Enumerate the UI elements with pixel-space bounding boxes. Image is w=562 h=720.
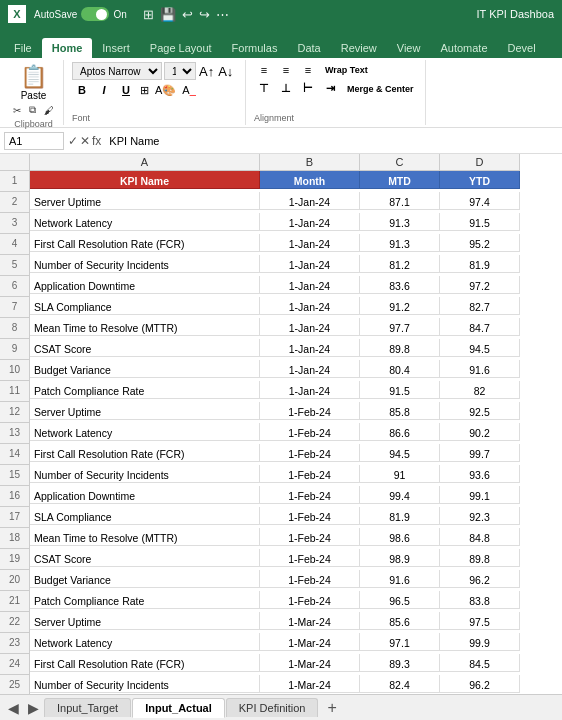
align-top-button[interactable]: ⊤: [254, 80, 274, 97]
cell-b-16[interactable]: 1-Feb-24: [260, 486, 360, 504]
paste-button[interactable]: 📋 Paste: [14, 62, 53, 103]
cell-d-14[interactable]: 99.7: [440, 444, 520, 462]
cell-c-16[interactable]: 99.4: [360, 486, 440, 504]
sheet-nav-prev[interactable]: ◀: [4, 700, 23, 716]
cell-a-9[interactable]: CSAT Score: [30, 339, 260, 357]
sheet-tab-input-target[interactable]: Input_Target: [44, 698, 131, 717]
cell-b-15[interactable]: 1-Feb-24: [260, 465, 360, 483]
cell-a-3[interactable]: Network Latency: [30, 213, 260, 231]
cell-d-16[interactable]: 99.1: [440, 486, 520, 504]
cell-a-10[interactable]: Budget Variance: [30, 360, 260, 378]
cell-a-11[interactable]: Patch Compliance Rate: [30, 381, 260, 399]
copy-button[interactable]: ⧉: [26, 103, 39, 117]
cell-c-25[interactable]: 82.4: [360, 675, 440, 693]
cell-c-21[interactable]: 96.5: [360, 591, 440, 609]
tab-data[interactable]: Data: [287, 38, 330, 58]
cell-d-7[interactable]: 82.7: [440, 297, 520, 315]
tab-file[interactable]: File: [4, 38, 42, 58]
cell-c-14[interactable]: 94.5: [360, 444, 440, 462]
cell-d-20[interactable]: 96.2: [440, 570, 520, 588]
cell-a-5[interactable]: Number of Security Incidents: [30, 255, 260, 273]
cell-d-24[interactable]: 84.5: [440, 654, 520, 672]
formula-input[interactable]: [105, 134, 558, 148]
tab-insert[interactable]: Insert: [92, 38, 140, 58]
sheet-tab-input-actual[interactable]: Input_Actual: [132, 698, 225, 718]
cell-b-7[interactable]: 1-Jan-24: [260, 297, 360, 315]
cell-b-21[interactable]: 1-Feb-24: [260, 591, 360, 609]
cell-c-13[interactable]: 86.6: [360, 423, 440, 441]
cell-d-17[interactable]: 92.3: [440, 507, 520, 525]
add-sheet-button[interactable]: +: [319, 697, 344, 719]
function-insert-icon[interactable]: fx: [92, 134, 101, 148]
cell-b-12[interactable]: 1-Feb-24: [260, 402, 360, 420]
cell-d-4[interactable]: 95.2: [440, 234, 520, 252]
cell-d-13[interactable]: 90.2: [440, 423, 520, 441]
cell-a-6[interactable]: Application Downtime: [30, 276, 260, 294]
cell-b-14[interactable]: 1-Feb-24: [260, 444, 360, 462]
merge-center-button[interactable]: Merge & Center: [342, 82, 419, 96]
cell-b-5[interactable]: 1-Jan-24: [260, 255, 360, 273]
cell-a-22[interactable]: Server Uptime: [30, 612, 260, 630]
align-middle-button[interactable]: ⊥: [276, 80, 296, 97]
cell-b-3[interactable]: 1-Jan-24: [260, 213, 360, 231]
cell-d-15[interactable]: 93.6: [440, 465, 520, 483]
cell-a-8[interactable]: Mean Time to Resolve (MTTR): [30, 318, 260, 336]
cell-a-15[interactable]: Number of Security Incidents: [30, 465, 260, 483]
cell-c-15[interactable]: 91: [360, 465, 440, 483]
cell-d-25[interactable]: 96.2: [440, 675, 520, 693]
cell-b-11[interactable]: 1-Jan-24: [260, 381, 360, 399]
header-ytd[interactable]: YTD: [440, 171, 520, 189]
format-painter-button[interactable]: 🖌: [41, 103, 57, 117]
cell-a-23[interactable]: Network Latency: [30, 633, 260, 651]
redo-icon[interactable]: ↪: [199, 7, 210, 22]
fill-color-button[interactable]: A🎨: [155, 84, 176, 97]
tab-review[interactable]: Review: [331, 38, 387, 58]
undo-icon[interactable]: ↩: [182, 7, 193, 22]
font-color-button[interactable]: A_: [182, 84, 195, 96]
cell-a-12[interactable]: Server Uptime: [30, 402, 260, 420]
cell-c-3[interactable]: 91.3: [360, 213, 440, 231]
decrease-font-button[interactable]: A↓: [218, 64, 233, 79]
cell-c-23[interactable]: 97.1: [360, 633, 440, 651]
cell-b-10[interactable]: 1-Jan-24: [260, 360, 360, 378]
cell-d-11[interactable]: 82: [440, 381, 520, 399]
tab-automate[interactable]: Automate: [430, 38, 497, 58]
cell-c-7[interactable]: 91.2: [360, 297, 440, 315]
function-cancel-icon[interactable]: ✕: [80, 134, 90, 148]
tab-formulas[interactable]: Formulas: [222, 38, 288, 58]
header-kpi-name[interactable]: KPI Name: [30, 171, 260, 189]
cell-c-5[interactable]: 81.2: [360, 255, 440, 273]
cell-c-18[interactable]: 98.6: [360, 528, 440, 546]
cell-a-18[interactable]: Mean Time to Resolve (MTTR): [30, 528, 260, 546]
cell-c-2[interactable]: 87.1: [360, 192, 440, 210]
cell-b-19[interactable]: 1-Feb-24: [260, 549, 360, 567]
cell-c-4[interactable]: 91.3: [360, 234, 440, 252]
font-family-select[interactable]: Aptos Narrow: [72, 62, 162, 80]
col-header-b[interactable]: B: [260, 154, 360, 171]
cell-b-23[interactable]: 1-Mar-24: [260, 633, 360, 651]
more-icon[interactable]: ⋯: [216, 7, 229, 22]
cell-a-17[interactable]: SLA Compliance: [30, 507, 260, 525]
col-header-a[interactable]: A: [30, 154, 260, 171]
autosave-toggle[interactable]: [81, 7, 109, 21]
cell-a-24[interactable]: First Call Resolution Rate (FCR): [30, 654, 260, 672]
cell-b-6[interactable]: 1-Jan-24: [260, 276, 360, 294]
cell-c-19[interactable]: 98.9: [360, 549, 440, 567]
tab-page-layout[interactable]: Page Layout: [140, 38, 222, 58]
cell-reference-box[interactable]: A1: [4, 132, 64, 150]
cell-d-21[interactable]: 83.8: [440, 591, 520, 609]
underline-button[interactable]: U: [116, 82, 136, 98]
cut-button[interactable]: ✂: [10, 103, 24, 117]
cell-b-4[interactable]: 1-Jan-24: [260, 234, 360, 252]
cell-c-8[interactable]: 97.7: [360, 318, 440, 336]
bold-button[interactable]: B: [72, 82, 92, 98]
align-bottom-button[interactable]: ⊢: [298, 80, 318, 97]
cell-b-9[interactable]: 1-Jan-24: [260, 339, 360, 357]
cell-b-8[interactable]: 1-Jan-24: [260, 318, 360, 336]
cell-b-20[interactable]: 1-Feb-24: [260, 570, 360, 588]
wrap-text-button[interactable]: Wrap Text: [320, 63, 373, 77]
cell-b-18[interactable]: 1-Feb-24: [260, 528, 360, 546]
cell-c-9[interactable]: 89.8: [360, 339, 440, 357]
cell-b-17[interactable]: 1-Feb-24: [260, 507, 360, 525]
border-button[interactable]: ⊞: [140, 84, 149, 97]
